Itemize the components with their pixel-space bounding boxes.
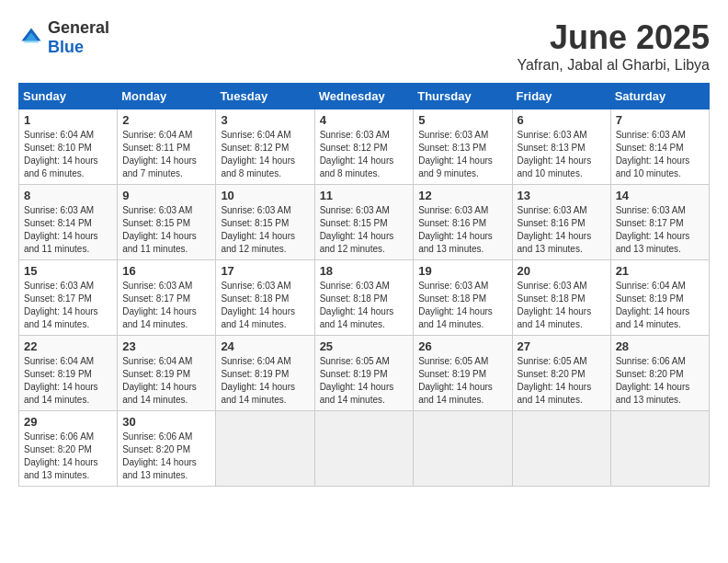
calendar-cell: 5 Sunrise: 6:03 AMSunset: 8:13 PMDayligh… [414, 109, 512, 185]
day-info: Sunrise: 6:03 AMSunset: 8:15 PMDaylight:… [221, 205, 295, 254]
calendar-cell: 8 Sunrise: 6:03 AMSunset: 8:14 PMDayligh… [19, 185, 118, 260]
day-number: 20 [518, 264, 606, 278]
title-block: June 2025 Yafran, Jabal al Gharbi, Libya [517, 18, 710, 74]
day-info: Sunrise: 6:03 AMSunset: 8:12 PMDaylight:… [320, 130, 394, 178]
calendar-cell [314, 411, 414, 487]
calendar-table: SundayMondayTuesdayWednesdayThursdayFrid… [18, 83, 710, 487]
day-number: 3 [221, 113, 309, 127]
calendar-cell: 7 Sunrise: 6:03 AMSunset: 8:14 PMDayligh… [610, 109, 709, 185]
calendar-cell: 30 Sunrise: 6:06 AMSunset: 8:20 PMDaylig… [118, 411, 216, 487]
day-number: 19 [418, 264, 506, 278]
day-info: Sunrise: 6:03 AMSunset: 8:18 PMDaylight:… [418, 281, 493, 329]
calendar-cell: 9 Sunrise: 6:03 AMSunset: 8:15 PMDayligh… [118, 185, 216, 260]
calendar-cell: 1 Sunrise: 6:04 AMSunset: 8:10 PMDayligh… [19, 109, 118, 185]
calendar-week-row: 29 Sunrise: 6:06 AMSunset: 8:20 PMDaylig… [19, 411, 710, 487]
day-number: 12 [418, 189, 506, 202]
day-number: 23 [122, 339, 210, 353]
calendar-cell: 19 Sunrise: 6:03 AMSunset: 8:18 PMDaylig… [414, 260, 512, 336]
day-number: 30 [122, 415, 210, 429]
day-info: Sunrise: 6:06 AMSunset: 8:20 PMDaylight:… [122, 431, 197, 480]
day-info: Sunrise: 6:05 AMSunset: 8:19 PMDaylight:… [418, 356, 493, 405]
day-info: Sunrise: 6:03 AMSunset: 8:18 PMDaylight:… [320, 281, 394, 329]
day-info: Sunrise: 6:03 AMSunset: 8:18 PMDaylight:… [518, 281, 592, 329]
day-info: Sunrise: 6:04 AMSunset: 8:10 PMDaylight:… [24, 130, 98, 178]
day-number: 15 [24, 264, 112, 278]
calendar-cell: 4 Sunrise: 6:03 AMSunset: 8:12 PMDayligh… [314, 109, 414, 185]
day-number: 6 [518, 113, 606, 127]
day-number: 4 [320, 113, 409, 127]
calendar-cell: 12 Sunrise: 6:03 AMSunset: 8:16 PMDaylig… [414, 185, 512, 260]
day-info: Sunrise: 6:06 AMSunset: 8:20 PMDaylight:… [24, 431, 98, 480]
day-number: 24 [221, 339, 309, 353]
calendar-cell [610, 411, 709, 487]
day-info: Sunrise: 6:03 AMSunset: 8:16 PMDaylight:… [418, 205, 493, 254]
logo: General Blue [18, 18, 109, 57]
day-info: Sunrise: 6:04 AMSunset: 8:19 PMDaylight:… [24, 356, 98, 405]
calendar-cell: 21 Sunrise: 6:04 AMSunset: 8:19 PMDaylig… [610, 260, 709, 336]
day-number: 2 [122, 113, 210, 127]
day-number: 25 [320, 339, 409, 353]
day-number: 16 [122, 264, 210, 278]
day-number: 5 [418, 113, 506, 127]
day-info: Sunrise: 6:04 AMSunset: 8:19 PMDaylight:… [616, 281, 690, 329]
calendar-cell: 18 Sunrise: 6:03 AMSunset: 8:18 PMDaylig… [314, 260, 414, 336]
day-number: 28 [616, 339, 704, 353]
day-info: Sunrise: 6:03 AMSunset: 8:18 PMDaylight:… [221, 281, 295, 329]
calendar-cell: 27 Sunrise: 6:05 AMSunset: 8:20 PMDaylig… [512, 336, 610, 411]
day-number: 18 [320, 264, 409, 278]
calendar-cell: 14 Sunrise: 6:03 AMSunset: 8:17 PMDaylig… [610, 185, 709, 260]
calendar-cell: 20 Sunrise: 6:03 AMSunset: 8:18 PMDaylig… [512, 260, 610, 336]
day-info: Sunrise: 6:03 AMSunset: 8:15 PMDaylight:… [122, 205, 197, 254]
page-header: General Blue June 2025 Yafran, Jabal al … [18, 18, 710, 74]
calendar-week-row: 22 Sunrise: 6:04 AMSunset: 8:19 PMDaylig… [19, 336, 710, 411]
calendar-cell: 17 Sunrise: 6:03 AMSunset: 8:18 PMDaylig… [216, 260, 314, 336]
weekday-header: Tuesday [216, 84, 314, 109]
day-number: 1 [24, 113, 112, 127]
day-number: 22 [24, 339, 112, 353]
day-info: Sunrise: 6:04 AMSunset: 8:19 PMDaylight:… [221, 356, 295, 405]
calendar-week-row: 1 Sunrise: 6:04 AMSunset: 8:10 PMDayligh… [19, 109, 710, 185]
calendar-cell: 28 Sunrise: 6:06 AMSunset: 8:20 PMDaylig… [610, 336, 709, 411]
day-info: Sunrise: 6:04 AMSunset: 8:19 PMDaylight:… [122, 356, 197, 405]
day-info: Sunrise: 6:04 AMSunset: 8:11 PMDaylight:… [122, 130, 197, 178]
calendar-cell [216, 411, 314, 487]
weekday-header: Monday [118, 84, 216, 109]
day-number: 9 [122, 189, 210, 202]
month-title: June 2025 [517, 18, 710, 57]
day-number: 26 [418, 339, 506, 353]
day-info: Sunrise: 6:03 AMSunset: 8:14 PMDaylight:… [616, 130, 690, 178]
day-info: Sunrise: 6:03 AMSunset: 8:15 PMDaylight:… [320, 205, 394, 254]
day-info: Sunrise: 6:03 AMSunset: 8:13 PMDaylight:… [518, 130, 592, 178]
calendar-cell [414, 411, 512, 487]
day-number: 7 [616, 113, 704, 127]
calendar-cell: 25 Sunrise: 6:05 AMSunset: 8:19 PMDaylig… [314, 336, 414, 411]
calendar-cell: 23 Sunrise: 6:04 AMSunset: 8:19 PMDaylig… [118, 336, 216, 411]
calendar-cell: 3 Sunrise: 6:04 AMSunset: 8:12 PMDayligh… [216, 109, 314, 185]
calendar-cell: 13 Sunrise: 6:03 AMSunset: 8:16 PMDaylig… [512, 185, 610, 260]
day-info: Sunrise: 6:03 AMSunset: 8:16 PMDaylight:… [518, 205, 592, 254]
calendar-week-row: 15 Sunrise: 6:03 AMSunset: 8:17 PMDaylig… [19, 260, 710, 336]
day-info: Sunrise: 6:04 AMSunset: 8:12 PMDaylight:… [221, 130, 295, 178]
day-info: Sunrise: 6:03 AMSunset: 8:17 PMDaylight:… [122, 281, 197, 329]
day-info: Sunrise: 6:03 AMSunset: 8:17 PMDaylight:… [616, 205, 690, 254]
day-info: Sunrise: 6:03 AMSunset: 8:14 PMDaylight:… [24, 205, 98, 254]
calendar-cell: 29 Sunrise: 6:06 AMSunset: 8:20 PMDaylig… [19, 411, 118, 487]
calendar-cell: 15 Sunrise: 6:03 AMSunset: 8:17 PMDaylig… [19, 260, 118, 336]
logo-blue: Blue [48, 38, 84, 56]
logo-general: General [48, 18, 109, 37]
weekday-header: Thursday [414, 84, 512, 109]
calendar-header-row: SundayMondayTuesdayWednesdayThursdayFrid… [19, 84, 710, 109]
calendar-week-row: 8 Sunrise: 6:03 AMSunset: 8:14 PMDayligh… [19, 185, 710, 260]
day-info: Sunrise: 6:05 AMSunset: 8:20 PMDaylight:… [518, 356, 592, 405]
weekday-header: Wednesday [314, 84, 414, 109]
day-number: 10 [221, 189, 309, 202]
calendar-cell: 10 Sunrise: 6:03 AMSunset: 8:15 PMDaylig… [216, 185, 314, 260]
day-info: Sunrise: 6:03 AMSunset: 8:13 PMDaylight:… [418, 130, 493, 178]
weekday-header: Saturday [610, 84, 709, 109]
weekday-header: Sunday [19, 84, 118, 109]
calendar-cell: 11 Sunrise: 6:03 AMSunset: 8:15 PMDaylig… [314, 185, 414, 260]
calendar-cell: 22 Sunrise: 6:04 AMSunset: 8:19 PMDaylig… [19, 336, 118, 411]
day-number: 13 [518, 189, 606, 202]
day-number: 11 [320, 189, 409, 202]
calendar-cell [512, 411, 610, 487]
